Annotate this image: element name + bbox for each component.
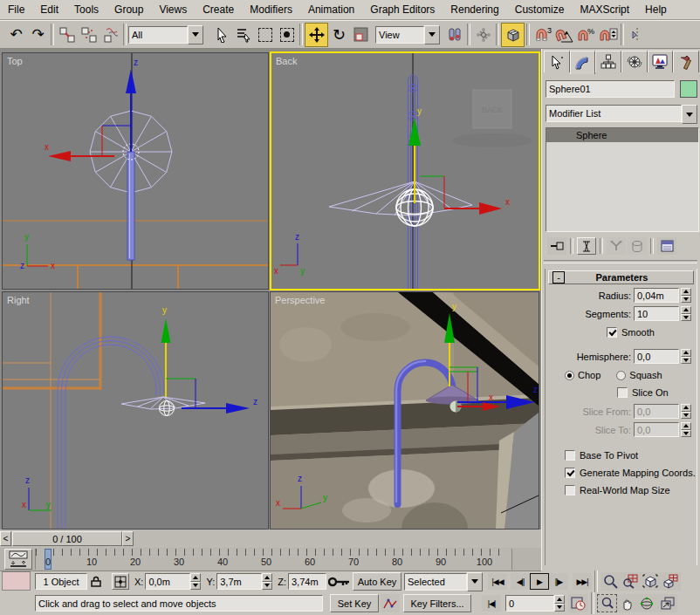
select-and-manipulate-button[interactable] bbox=[472, 24, 494, 46]
select-and-rotate-button[interactable]: ↻ bbox=[328, 24, 350, 46]
select-and-move-button[interactable] bbox=[305, 23, 328, 47]
tab-motion[interactable] bbox=[621, 51, 648, 72]
show-end-result-button[interactable] bbox=[577, 237, 596, 255]
menu-edit[interactable]: Edit bbox=[32, 1, 66, 18]
redo-button[interactable]: ↷ bbox=[27, 24, 49, 46]
menu-file[interactable]: File bbox=[0, 1, 32, 18]
select-and-scale-button[interactable] bbox=[350, 24, 372, 46]
segments-spinner[interactable] bbox=[681, 306, 691, 321]
time-configuration-button[interactable] bbox=[568, 594, 588, 612]
next-frame-button[interactable]: ||▶ bbox=[549, 573, 568, 590]
make-unique-button[interactable] bbox=[607, 237, 626, 255]
hemisphere-field[interactable]: 0,0 bbox=[634, 349, 679, 364]
segments-field[interactable]: 10 bbox=[634, 306, 679, 321]
auto-key-button[interactable]: Auto Key bbox=[353, 572, 401, 591]
squash-radio[interactable] bbox=[616, 371, 626, 380]
zoom-button[interactable] bbox=[600, 572, 621, 591]
gizmo-y-axis[interactable]: y bbox=[161, 305, 171, 397]
mirror-button[interactable] bbox=[626, 24, 648, 46]
time-slider[interactable]: 0 / 100 bbox=[12, 531, 122, 546]
modifier-list-dropdown[interactable]: Modifier List bbox=[546, 105, 697, 122]
modifier-stack-list[interactable]: Sphere bbox=[546, 127, 699, 232]
viewport-right[interactable]: y z z x y Right bbox=[2, 291, 269, 530]
percent-snap-button[interactable]: % bbox=[575, 24, 597, 46]
zoom-extents-all-button[interactable] bbox=[661, 572, 681, 591]
tab-create[interactable] bbox=[544, 51, 570, 72]
window-crossing-toggle-button[interactable] bbox=[276, 24, 298, 46]
z-coord-field[interactable]: 3,74m bbox=[288, 573, 326, 590]
real-world-map-size-checkbox[interactable] bbox=[565, 485, 575, 495]
zoom-region-button[interactable] bbox=[597, 594, 617, 612]
tab-modify[interactable] bbox=[570, 51, 596, 74]
menu-graph-editors[interactable]: Graph Editors bbox=[362, 1, 443, 18]
menu-modifiers[interactable]: Modifiers bbox=[242, 1, 300, 18]
menu-views[interactable]: Views bbox=[151, 1, 195, 18]
bind-to-space-warp-button[interactable] bbox=[100, 24, 121, 46]
x-coord-field[interactable]: 0,0m bbox=[145, 573, 190, 590]
smooth-checkbox[interactable] bbox=[607, 327, 617, 338]
menu-group[interactable]: Group bbox=[106, 1, 151, 18]
menu-rendering[interactable]: Rendering bbox=[443, 1, 506, 18]
zoom-extents-button[interactable] bbox=[641, 572, 661, 591]
generate-mapping-coords-checkbox[interactable] bbox=[565, 468, 575, 478]
trackbar-ruler[interactable]: 0102030405060708090100 bbox=[35, 549, 512, 570]
snaps-toggle-button[interactable] bbox=[501, 23, 525, 47]
set-keys-button[interactable] bbox=[326, 572, 353, 591]
set-key-button[interactable]: Set Key bbox=[330, 594, 379, 612]
chop-radio[interactable] bbox=[565, 371, 574, 380]
object-color-swatch[interactable] bbox=[680, 80, 697, 98]
maximize-viewport-toggle-button[interactable] bbox=[657, 594, 677, 612]
use-pivot-point-center-button[interactable] bbox=[443, 24, 465, 46]
zoom-all-button[interactable] bbox=[621, 572, 641, 591]
remove-modifier-button[interactable] bbox=[628, 237, 647, 255]
rectangular-selection-region-button[interactable] bbox=[254, 24, 276, 46]
play-button[interactable]: ▶ bbox=[530, 573, 549, 590]
unlink-selection-button[interactable] bbox=[78, 24, 100, 46]
viewport-perspective[interactable]: y z x z bbox=[270, 291, 539, 530]
anim-mode-arrow[interactable] bbox=[467, 572, 483, 591]
time-slider-prev-button[interactable]: < bbox=[0, 531, 11, 546]
base-to-pivot-checkbox[interactable] bbox=[565, 450, 575, 461]
viewport-right-label[interactable]: Right bbox=[7, 295, 30, 305]
viewport-top-label[interactable]: Top bbox=[7, 56, 23, 66]
angle-snap-button[interactable] bbox=[553, 24, 575, 46]
viewport-perspective-label[interactable]: Perspective bbox=[275, 295, 325, 305]
menu-create[interactable]: Create bbox=[195, 1, 242, 18]
tab-display[interactable] bbox=[648, 51, 674, 72]
pin-stack-button[interactable] bbox=[547, 237, 566, 255]
tab-hierarchy[interactable] bbox=[595, 51, 621, 72]
menu-help[interactable]: Help bbox=[637, 1, 675, 18]
y-coord-field[interactable]: 3,7m bbox=[216, 573, 262, 590]
hemisphere-spinner[interactable] bbox=[681, 349, 691, 364]
arc-rotate-button[interactable] bbox=[637, 594, 657, 612]
go-to-end-button[interactable]: ▶▶| bbox=[573, 573, 592, 590]
open-mini-curve-editor-button[interactable] bbox=[4, 549, 32, 570]
select-by-name-button[interactable] bbox=[232, 24, 254, 46]
anim-mode-dropdown[interactable]: Selected bbox=[404, 573, 467, 591]
viewport-back[interactable]: BACK bbox=[271, 52, 539, 290]
absolute-offset-toggle[interactable] bbox=[112, 573, 129, 590]
parameters-rollout-header[interactable]: - Parameters bbox=[548, 270, 694, 284]
undo-button[interactable]: ↶ bbox=[5, 24, 27, 46]
menu-tools[interactable]: Tools bbox=[66, 1, 106, 18]
frame-spinner[interactable] bbox=[554, 595, 565, 612]
y-coord-spinner[interactable] bbox=[262, 573, 272, 590]
radius-spinner[interactable] bbox=[681, 288, 691, 303]
gizmo-x-axis[interactable]: x bbox=[444, 197, 510, 215]
menu-maxscript[interactable]: MAXScript bbox=[572, 1, 637, 18]
go-to-start-button[interactable]: |◀◀ bbox=[488, 573, 507, 590]
menu-animation[interactable]: Animation bbox=[300, 1, 362, 18]
current-frame-field[interactable]: 0 bbox=[505, 595, 554, 612]
set-key-mode-button[interactable] bbox=[381, 594, 400, 612]
previous-frame-button[interactable]: ◀|| bbox=[511, 573, 530, 590]
x-coord-spinner[interactable] bbox=[190, 573, 201, 590]
radius-field[interactable]: 0,04m bbox=[634, 288, 679, 303]
configure-modifier-sets-button[interactable] bbox=[657, 237, 676, 255]
selection-filter-dropdown[interactable]: All bbox=[128, 26, 188, 44]
select-and-link-button[interactable] bbox=[56, 24, 78, 46]
modifier-list-arrow[interactable] bbox=[682, 105, 697, 124]
selection-lock-toggle[interactable] bbox=[87, 571, 105, 593]
stack-item-sphere[interactable]: Sphere bbox=[546, 128, 698, 142]
snap-3d-button[interactable]: 3 bbox=[532, 24, 553, 46]
macro-recorder-swatch[interactable] bbox=[2, 571, 31, 591]
